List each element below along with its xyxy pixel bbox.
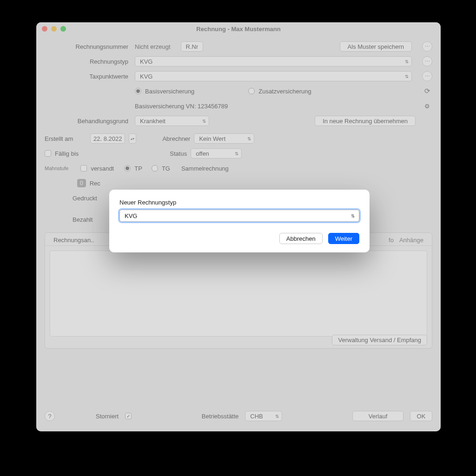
tab-rechnungsan[interactable]: Rechnungsan.. (51, 235, 97, 245)
status-select[interactable]: offen ⇅ (191, 148, 242, 159)
versandt-checkbox[interactable] (80, 165, 87, 172)
settings-icon[interactable]: ⚙ (422, 101, 432, 111)
label-sammelrechnung: Sammelrechnung (181, 165, 229, 172)
label-rechnungstyp: Rechnungstyp (45, 58, 131, 65)
chevron-updown-icon: ⇅ (405, 59, 409, 64)
help-button[interactable]: ? (45, 411, 55, 421)
basis-detail-text: Basisversicherung VN: 123456789 (135, 103, 228, 110)
modal-rechnungstyp-value: KVG (125, 212, 137, 219)
label-versandt: versandt (91, 165, 114, 172)
chevron-updown-icon: ⇅ (275, 414, 279, 419)
label-status: Status (170, 150, 187, 157)
modal-rechnungstyp-select[interactable]: KVG ⇅ (119, 210, 359, 222)
label-bezahlt: Bezahlt (73, 216, 93, 223)
taxpunktwerte-value: KVG (140, 73, 152, 80)
tp-radio[interactable] (124, 165, 131, 172)
rec-text: Rec (90, 180, 100, 187)
date-stepper[interactable]: ▴▾ (129, 133, 136, 144)
taxpunktwerte-select[interactable]: KVG ⇅ (135, 71, 412, 81)
window-title: Rechnung - Max Mustermann (36, 26, 441, 33)
label-tp: TP (134, 165, 142, 172)
betriebsstaette-select[interactable]: CHB ⇅ (245, 411, 282, 421)
chevron-updown-icon: ⇅ (235, 151, 238, 156)
modal-cancel-button[interactable]: Abbrechen (279, 233, 323, 244)
abrechner-select[interactable]: Kein Wert ⇅ (194, 133, 254, 144)
rechnungstyp-value: KVG (140, 58, 152, 65)
chevron-updown-icon: ⇅ (349, 212, 357, 220)
zusatzversicherung-radio[interactable] (248, 88, 255, 94)
storniert-checkbox[interactable] (125, 413, 132, 419)
neuer-rechnungstyp-dialog: Neuer Rechnungstyp KVG ⇅ Abbrechen Weite… (109, 190, 370, 252)
mahnstufe-count-badge: 0 (77, 179, 86, 187)
more-icon-2[interactable]: ⋯ (422, 56, 432, 66)
label-faellig-bis: Fällig bis (55, 150, 79, 157)
label-abrechner: Abrechner (162, 135, 190, 142)
in-neue-rechnung-button[interactable]: In neue Rechnung übernehmen (315, 116, 416, 126)
more-icon-3[interactable]: ⋯ (422, 71, 432, 81)
label-rechnungsnummer: Rechnungsnummer (45, 43, 131, 50)
status-value: offen (196, 150, 209, 157)
zusatzversicherung-label: Zusatzversicherung (258, 88, 311, 95)
behandlungsgrund-select[interactable]: Krankheit ⇅ (135, 116, 209, 126)
refresh-icon[interactable]: ⟳ (422, 86, 432, 96)
label-betriebsstaette: Betriebsstätte (202, 413, 239, 420)
basisversicherung-radio[interactable] (135, 88, 141, 94)
chevron-updown-icon: ⇅ (247, 136, 251, 141)
faellig-bis-checkbox[interactable] (45, 150, 51, 157)
tab-fo[interactable]: fo (386, 235, 397, 245)
als-muster-button[interactable]: Als Muster speichern (340, 41, 412, 52)
value-nicht-erzeugt: Nicht erzeugt (135, 43, 171, 50)
label-erstellt-am: Erstellt am (45, 135, 86, 142)
modal-label: Neuer Rechnungstyp (119, 199, 359, 206)
versand-button[interactable]: Verwaltung Versand / Empfang (332, 335, 427, 345)
chevron-updown-icon: ⇅ (405, 74, 409, 79)
basisversicherung-label: Basisversicherung (145, 88, 194, 95)
label-tg: TG (162, 165, 170, 172)
label-storniert: Storniert (96, 413, 119, 420)
more-icon-1[interactable]: ⋯ (422, 41, 432, 52)
label-gedruckt: Gedruckt (73, 195, 97, 202)
verlauf-button[interactable]: Verlauf (352, 411, 403, 421)
erstellt-am-field[interactable]: 22. 8.2022 (90, 133, 125, 144)
modal-confirm-button[interactable]: Weiter (328, 233, 359, 244)
chevron-updown-icon: ⇅ (202, 119, 206, 124)
tab-anhaenge[interactable]: Anhänge (397, 235, 426, 245)
label-taxpunktwerte: Taxpunktwerte (45, 73, 131, 80)
label-behandlungsgrund: Behandlungsgrund (45, 118, 131, 125)
rechnungstyp-select[interactable]: KVG ⇅ (135, 56, 412, 66)
tg-radio[interactable] (152, 165, 158, 172)
betriebsstaette-value: CHB (250, 413, 263, 420)
ok-button[interactable]: OK (410, 411, 432, 421)
tabs-content (50, 251, 427, 337)
label-mahnstufe: Mahnstufe (45, 165, 68, 171)
behandlungsgrund-value: Krankheit (140, 118, 165, 125)
abrechner-value: Kein Wert (199, 135, 225, 142)
rnr-button[interactable]: R.Nr (181, 41, 204, 52)
